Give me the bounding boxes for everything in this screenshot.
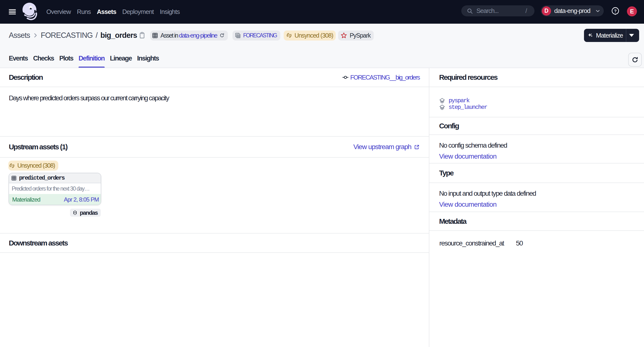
- svg-text:?: ?: [614, 9, 616, 14]
